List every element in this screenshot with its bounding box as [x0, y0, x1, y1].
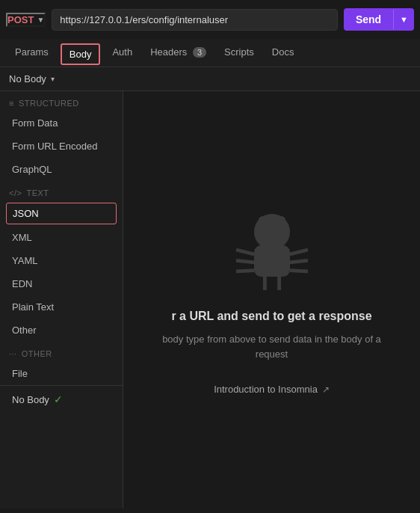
tab-scripts[interactable]: Scripts [215, 40, 263, 65]
no-body-dropdown[interactable]: No Body ▾ [9, 73, 55, 85]
top-bar: POST ▼ Send ▼ [0, 0, 420, 39]
sidebar-item-file[interactable]: File [0, 362, 123, 385]
tab-bar: Params Body Auth Headers 3 Scripts Docs [0, 39, 420, 67]
main-heading: r a URL and send to get a response [171, 310, 371, 323]
tab-headers[interactable]: Headers 3 [141, 40, 215, 65]
structured-label: STRUCTURED [19, 99, 79, 108]
no-body-label: No Body [9, 73, 46, 85]
svg-line-3 [236, 260, 254, 262]
tab-docs[interactable]: Docs [263, 40, 303, 65]
send-label: Send [344, 8, 393, 31]
send-dropdown-icon[interactable]: ▼ [393, 10, 414, 29]
url-input[interactable] [52, 9, 338, 31]
intro-link-label: Introduction to Insomnia [214, 384, 318, 395]
method-dropdown-icon: ▼ [37, 16, 44, 24]
intro-link[interactable]: Introduction to Insomnia ↗ [214, 384, 330, 395]
body-options-bar: No Body ▾ [0, 67, 420, 91]
no-body-footer: No Body ✓ [0, 385, 123, 413]
sidebar-item-json[interactable]: JSON [6, 203, 117, 224]
main-subtext: body type from above to send data in the… [160, 332, 384, 361]
structured-icon: ≡ [9, 99, 14, 108]
bug-icon [227, 205, 317, 295]
body-options-arrow: ▾ [51, 75, 55, 83]
sidebar-item-form-data[interactable]: Form Data [0, 111, 123, 135]
sidebar-item-yaml[interactable]: YAML [0, 249, 123, 272]
external-link-icon: ↗ [322, 384, 330, 395]
headers-badge: 3 [193, 47, 206, 58]
svg-line-6 [290, 260, 308, 262]
text-label: TEXT [26, 188, 49, 197]
tab-body[interactable]: Body [61, 43, 101, 65]
tab-auth[interactable]: Auth [103, 40, 141, 65]
method-label: POST [7, 14, 34, 25]
checkmark-icon: ✓ [54, 393, 63, 405]
other-icon: ··· [9, 349, 17, 358]
svg-rect-1 [254, 245, 290, 277]
text-section-header: </> TEXT [0, 181, 123, 201]
sidebar-item-other[interactable]: Other [0, 319, 123, 342]
tab-params[interactable]: Params [6, 40, 58, 65]
other-section-header: ··· OTHER [0, 342, 123, 362]
svg-line-4 [236, 271, 254, 271]
sidebar-item-plain-text[interactable]: Plain Text [0, 295, 123, 319]
structured-section-header: ≡ STRUCTURED [0, 91, 123, 111]
method-selector[interactable]: POST ▼ [6, 13, 46, 27]
right-panel: r a URL and send to get a response body … [123, 91, 420, 509]
send-button[interactable]: Send ▼ [344, 8, 414, 31]
sidebar-item-edn[interactable]: EDN [0, 272, 123, 295]
main-content: ≡ STRUCTURED Form Data Form URL Encoded … [0, 91, 420, 509]
svg-line-7 [290, 271, 308, 271]
other-label: OTHER [22, 349, 52, 358]
sidebar-item-graphql[interactable]: GraphQL [0, 158, 123, 181]
text-icon: </> [9, 188, 22, 197]
svg-line-2 [236, 250, 254, 254]
no-body-footer-label: No Body [12, 394, 49, 405]
svg-line-5 [290, 250, 308, 254]
sidebar-item-form-url-encoded[interactable]: Form URL Encoded [0, 135, 123, 158]
sidebar: ≡ STRUCTURED Form Data Form URL Encoded … [0, 91, 123, 509]
sidebar-item-xml[interactable]: XML [0, 226, 123, 249]
